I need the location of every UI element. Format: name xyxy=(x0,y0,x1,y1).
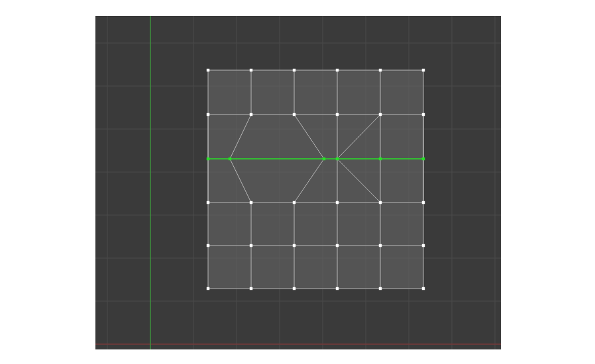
vertex[interactable] xyxy=(379,287,382,290)
vertex[interactable] xyxy=(293,69,296,71)
vertex-selected[interactable] xyxy=(422,158,425,160)
vertex[interactable] xyxy=(293,287,296,290)
vertex-selected[interactable] xyxy=(229,158,231,160)
vertex[interactable] xyxy=(293,244,296,247)
vertex[interactable] xyxy=(422,201,425,204)
svg-rect-22 xyxy=(208,70,423,289)
vertex[interactable] xyxy=(422,113,425,116)
viewport-canvas[interactable] xyxy=(95,16,501,349)
vertex[interactable] xyxy=(250,69,252,71)
vertex[interactable] xyxy=(379,69,382,71)
vertex[interactable] xyxy=(336,287,339,290)
vertex[interactable] xyxy=(422,244,425,247)
vertex-selected[interactable] xyxy=(323,158,325,160)
vertex[interactable] xyxy=(207,244,209,247)
vertex[interactable] xyxy=(422,287,425,290)
vertex[interactable] xyxy=(250,244,252,247)
vertex[interactable] xyxy=(250,113,252,116)
vertex-selected[interactable] xyxy=(336,158,339,160)
vertex[interactable] xyxy=(336,244,339,247)
vertex[interactable] xyxy=(207,69,209,71)
vertex[interactable] xyxy=(207,287,209,290)
viewport-3d[interactable] xyxy=(95,16,501,349)
vertex[interactable] xyxy=(422,69,425,71)
vertex[interactable] xyxy=(336,113,339,116)
vertex[interactable] xyxy=(250,287,252,290)
vertex[interactable] xyxy=(293,201,296,204)
vertex-selected[interactable] xyxy=(379,158,382,160)
vertex-selected[interactable] xyxy=(207,158,209,160)
vertex[interactable] xyxy=(379,113,382,116)
vertex[interactable] xyxy=(336,201,339,204)
vertex[interactable] xyxy=(207,113,209,116)
vertex[interactable] xyxy=(250,201,252,204)
vertex[interactable] xyxy=(379,201,382,204)
vertex[interactable] xyxy=(336,69,339,71)
mesh-faces xyxy=(208,70,423,289)
vertex[interactable] xyxy=(207,201,209,204)
vertex[interactable] xyxy=(293,113,296,116)
vertex[interactable] xyxy=(379,244,382,247)
